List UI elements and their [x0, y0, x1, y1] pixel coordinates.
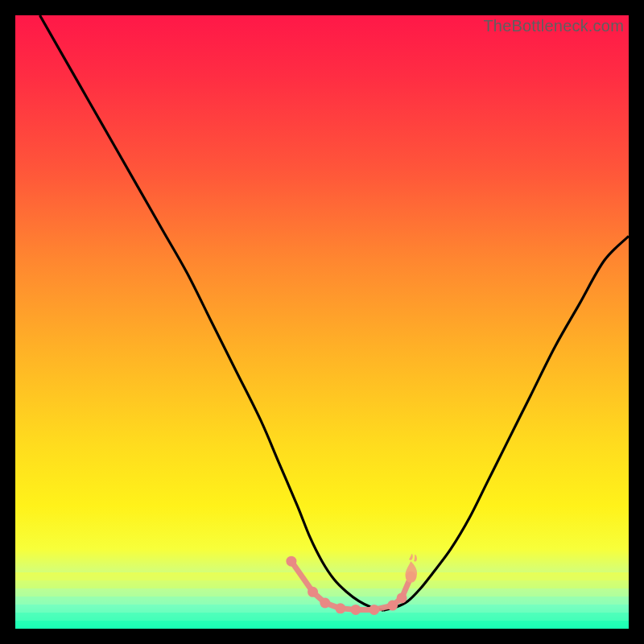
data-point — [369, 605, 379, 615]
watermark-text: TheBottleneck.com — [483, 17, 624, 35]
data-point — [335, 603, 345, 613]
data-point — [286, 556, 296, 567]
chart-frame: TheBottleneck.com — [15, 15, 629, 629]
data-point — [387, 601, 398, 611]
svg-rect-1 — [15, 580, 629, 588]
gradient-background — [15, 15, 629, 629]
svg-rect-5 — [15, 613, 629, 621]
data-point — [350, 605, 361, 615]
data-point — [308, 587, 318, 597]
data-point — [320, 597, 330, 608]
svg-rect-0 — [15, 572, 629, 580]
svg-rect-2 — [15, 588, 629, 597]
data-point — [397, 592, 407, 603]
chart-svg — [15, 15, 629, 629]
svg-rect-6 — [15, 621, 629, 629]
